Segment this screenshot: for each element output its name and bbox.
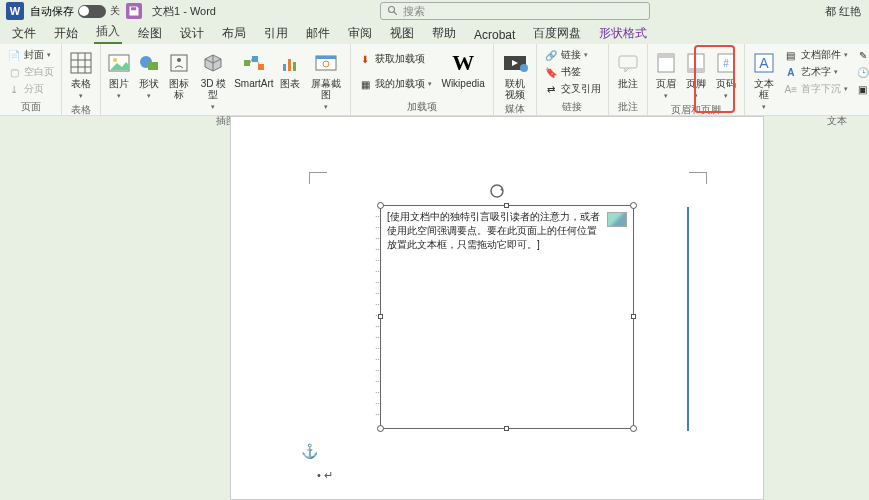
wikipedia-button[interactable]: WWikipedia <box>437 47 488 91</box>
comment-button[interactable]: 批注 <box>613 47 643 91</box>
textbox-button[interactable]: A文本框▾ <box>749 47 779 114</box>
save-icon[interactable] <box>126 3 142 19</box>
svg-point-23 <box>520 64 528 72</box>
tab-review[interactable]: 审阅 <box>346 25 374 44</box>
tab-home[interactable]: 开始 <box>52 25 80 44</box>
handle-nw[interactable] <box>377 202 384 209</box>
object-button[interactable]: ▣对象▾ <box>853 81 869 97</box>
svg-text:A: A <box>759 55 769 71</box>
svg-rect-17 <box>288 59 291 71</box>
tab-shape-format[interactable]: 形状格式 <box>597 25 649 44</box>
my-addins-button[interactable]: ▦我的加载项▾ <box>355 76 435 92</box>
group-text: A文本框▾ ▤文档部件▾ A艺术字▾ A≡首字下沉▾ ✎签名行▾ 🕒日期和时间 … <box>745 44 869 115</box>
group-media: 联机视频 媒体 <box>494 44 537 115</box>
search-icon <box>387 5 399 17</box>
chart-button[interactable]: 图表 <box>276 47 304 91</box>
quickparts-button[interactable]: ▤文档部件▾ <box>781 47 851 63</box>
link-button[interactable]: 🔗链接▾ <box>541 47 604 63</box>
svg-point-8 <box>113 58 117 62</box>
tab-help[interactable]: 帮助 <box>430 25 458 44</box>
datetime-button[interactable]: 🕒日期和时间 <box>853 64 869 80</box>
smartart-button[interactable]: SmartArt <box>234 47 274 91</box>
margin-corner-tr <box>689 172 707 184</box>
handle-n[interactable] <box>504 203 509 208</box>
paragraph-mark: • ↵ <box>317 469 333 482</box>
group-addins: ⬇获取加载项 ▦我的加载项▾ WWikipedia 加载项 <box>351 44 493 115</box>
dropcap-button[interactable]: A≡首字下沉▾ <box>781 81 851 97</box>
tab-insert[interactable]: 插入 <box>94 23 122 44</box>
rotate-handle[interactable] <box>489 183 505 201</box>
handle-sw[interactable] <box>377 425 384 432</box>
svg-rect-28 <box>688 68 704 72</box>
get-addins-button[interactable]: ⬇获取加载项 <box>355 51 435 67</box>
svg-rect-16 <box>283 64 286 71</box>
toggle-icon <box>78 5 106 18</box>
online-video-button[interactable]: 联机视频 <box>498 47 532 102</box>
screenshot-button[interactable]: 屏幕截图▾ <box>306 47 347 114</box>
group-comments: 批注 批注 <box>609 44 648 115</box>
group-tables: 表格▾ 表格 <box>62 44 101 115</box>
svg-rect-18 <box>293 62 296 71</box>
header-button[interactable]: 页眉▾ <box>652 47 680 103</box>
svg-rect-13 <box>244 60 250 66</box>
crossref-button[interactable]: ⇄交叉引用 <box>541 81 604 97</box>
wordart-button[interactable]: A艺术字▾ <box>781 64 851 80</box>
handle-e[interactable] <box>631 314 636 319</box>
footer-button[interactable]: 页脚▾ <box>682 47 710 103</box>
tab-references[interactable]: 引用 <box>262 25 290 44</box>
tab-mailings[interactable]: 邮件 <box>304 25 332 44</box>
tab-file[interactable]: 文件 <box>10 25 38 44</box>
group-headerfooter: 页眉▾ 页脚▾ #页码▾ 页眉和页脚 <box>648 44 745 115</box>
shapes-button[interactable]: 形状▾ <box>135 47 163 103</box>
document-canvas[interactable]: ........................................… <box>230 116 764 500</box>
pagenum-button[interactable]: #页码▾ <box>712 47 740 103</box>
tab-design[interactable]: 设计 <box>178 25 206 44</box>
ribbon-tabs: 文件 开始 插入 绘图 设计 布局 引用 邮件 审阅 视图 帮助 Acrobat… <box>0 22 869 44</box>
group-illustrations: 图片▾ 形状▾ 图标标 3D 模型▾ SmartArt 图表 屏幕截图▾ 插图 <box>101 44 351 115</box>
page-break-button[interactable]: ⤓分页 <box>4 81 57 97</box>
bookmark-button[interactable]: 🔖书签 <box>541 64 604 80</box>
svg-point-33 <box>491 185 503 197</box>
textbox-text[interactable]: [使用文档中的独特引言吸引读者的注意力，或者使用此空间强调要点。要在此页面上的任… <box>381 206 633 256</box>
tab-draw[interactable]: 绘图 <box>136 25 164 44</box>
vertical-rule <box>687 207 689 431</box>
pictures-button[interactable]: 图片▾ <box>105 47 133 103</box>
document-title: 文档1 - Word <box>152 4 216 19</box>
svg-rect-20 <box>316 56 336 59</box>
textbox-shape[interactable]: [使用文档中的独特引言吸引读者的注意力，或者使用此空间强调要点。要在此页面上的任… <box>380 205 634 429</box>
svg-rect-24 <box>619 56 637 68</box>
svg-point-0 <box>389 7 395 13</box>
svg-rect-11 <box>171 55 187 71</box>
group-links: 🔗链接▾ 🔖书签 ⇄交叉引用 链接 <box>537 44 609 115</box>
tab-acrobat[interactable]: Acrobat <box>472 28 517 44</box>
handle-se[interactable] <box>630 425 637 432</box>
anchor-icon: ⚓ <box>301 443 318 459</box>
tab-baidu[interactable]: 百度网盘 <box>531 25 583 44</box>
cover-page-button[interactable]: 📄封面▾ <box>4 47 57 63</box>
handle-s[interactable] <box>504 426 509 431</box>
svg-point-12 <box>177 58 181 62</box>
3dmodel-button[interactable]: 3D 模型▾ <box>195 47 232 114</box>
signature-button[interactable]: ✎签名行▾ <box>853 47 869 63</box>
icons-button[interactable]: 图标标 <box>165 47 193 102</box>
table-button[interactable]: 表格▾ <box>66 47 96 103</box>
ribbon: 📄封面▾ ▢空白页 ⤓分页 页面 表格▾ 表格 图片▾ 形状▾ 图标标 3D 模… <box>0 44 869 116</box>
svg-rect-10 <box>148 62 158 70</box>
tab-view[interactable]: 视图 <box>388 25 416 44</box>
search-input[interactable]: 搜索 <box>380 2 650 20</box>
word-icon: W <box>6 2 24 20</box>
svg-rect-14 <box>252 56 258 62</box>
svg-rect-26 <box>658 54 674 58</box>
blank-page-button[interactable]: ▢空白页 <box>4 64 57 80</box>
textbox-image-icon <box>607 212 627 227</box>
group-page: 📄封面▾ ▢空白页 ⤓分页 页面 <box>0 44 62 115</box>
handle-ne[interactable] <box>630 202 637 209</box>
username[interactable]: 都 红艳 <box>825 4 861 19</box>
handle-w[interactable] <box>378 314 383 319</box>
svg-rect-2 <box>71 53 91 73</box>
svg-line-1 <box>394 12 397 15</box>
tab-layout[interactable]: 布局 <box>220 25 248 44</box>
margin-corner-tl <box>309 172 327 184</box>
svg-text:#: # <box>723 58 729 69</box>
autosave-toggle[interactable]: 自动保存 关 <box>30 4 120 19</box>
